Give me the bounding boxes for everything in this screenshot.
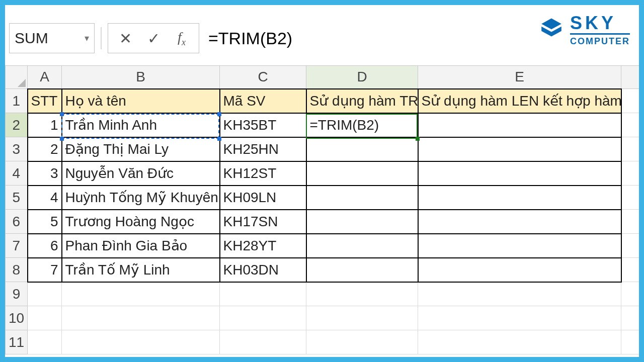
cell-F6[interactable] — [621, 210, 639, 234]
cell-A11[interactable] — [28, 330, 62, 354]
spreadsheet-grid[interactable]: A B C D E 1 STT Họ và tên Mã SV Sử dụng … — [5, 65, 639, 357]
cell-C7[interactable]: KH28YT — [220, 234, 306, 258]
cell-D10[interactable] — [306, 306, 418, 330]
cell-F9[interactable] — [621, 282, 639, 306]
separator — [101, 27, 102, 49]
cell-C8[interactable]: KH03DN — [220, 258, 306, 282]
cell-B7[interactable]: Phan Đình Gia Bảo — [62, 234, 220, 258]
cell-E5[interactable] — [418, 186, 621, 210]
cell-D9[interactable] — [306, 282, 418, 306]
cell-C3[interactable]: KH25HN — [220, 137, 306, 161]
row-header-8[interactable]: 8 — [6, 258, 28, 282]
cell-A6[interactable]: 5 — [28, 210, 62, 234]
cell-A3[interactable]: 2 — [28, 137, 62, 161]
formula-controls: ✕ ✓ fx — [108, 23, 199, 53]
col-header-ghost[interactable] — [621, 66, 639, 89]
cell-C1[interactable]: Mã SV — [220, 89, 306, 113]
select-all-corner[interactable] — [6, 66, 28, 89]
cell-D1[interactable]: Sử dụng hàm TRIM — [306, 89, 418, 113]
cell-A7[interactable]: 6 — [28, 234, 62, 258]
cell-B4[interactable]: Nguyễn Văn Đức — [62, 161, 220, 186]
row-header-9[interactable]: 9 — [6, 282, 28, 306]
row-header-4[interactable]: 4 — [6, 161, 28, 186]
cell-F3[interactable] — [621, 137, 639, 161]
cell-D5[interactable] — [306, 186, 418, 210]
cell-F5[interactable] — [621, 186, 639, 210]
cell-C4[interactable]: KH12ST — [220, 161, 306, 186]
cell-E7[interactable] — [418, 234, 621, 258]
col-header-C[interactable]: C — [220, 66, 306, 89]
cell-A1[interactable]: STT — [28, 89, 62, 113]
cell-B5[interactable]: Huỳnh Tống Mỹ Khuyên — [62, 186, 220, 210]
cell-D3[interactable] — [306, 137, 418, 161]
cell-D2[interactable]: =TRIM(B2) — [306, 113, 418, 137]
row-header-1[interactable]: 1 — [6, 89, 28, 113]
formula-input-value: =TRIM(B2) — [208, 29, 292, 48]
cell-C11[interactable] — [220, 330, 306, 354]
cell-A8[interactable]: 7 — [28, 258, 62, 282]
row-header-6[interactable]: 6 — [6, 210, 28, 234]
cell-B11[interactable] — [62, 330, 220, 354]
cell-B3[interactable]: Đặng Thị Mai Ly — [62, 137, 220, 161]
cell-D11[interactable] — [306, 330, 418, 354]
cell-F1[interactable] — [621, 89, 639, 113]
cell-F7[interactable] — [621, 234, 639, 258]
cell-E4[interactable] — [418, 161, 621, 186]
cell-D8[interactable] — [306, 258, 418, 282]
insert-function-button[interactable]: fx — [171, 27, 193, 49]
cell-A4[interactable]: 3 — [28, 161, 62, 186]
cell-E8[interactable] — [418, 258, 621, 282]
cell-C6[interactable]: KH17SN — [220, 210, 306, 234]
cell-E2[interactable] — [418, 113, 621, 137]
cell-E10[interactable] — [418, 306, 621, 330]
cell-A10[interactable] — [28, 306, 62, 330]
cell-E3[interactable] — [418, 137, 621, 161]
cell-C5[interactable]: KH09LN — [220, 186, 306, 210]
check-icon: ✓ — [147, 30, 160, 47]
cell-D7[interactable] — [306, 234, 418, 258]
row-header-5[interactable]: 5 — [6, 186, 28, 210]
cell-B10[interactable] — [62, 306, 220, 330]
cell-B6[interactable]: Trương Hoàng Ngọc — [62, 210, 220, 234]
cell-A5[interactable]: 4 — [28, 186, 62, 210]
cell-F2[interactable] — [621, 113, 639, 137]
row-header-11[interactable]: 11 — [6, 330, 28, 354]
cell-C2[interactable]: KH35BT — [220, 113, 306, 137]
cell-F11[interactable] — [621, 330, 639, 354]
fx-icon: fx — [178, 29, 186, 48]
name-box[interactable]: SUM ▾ — [9, 23, 95, 53]
name-box-value: SUM — [10, 30, 79, 47]
row-header-2[interactable]: 2 — [6, 113, 28, 137]
x-icon: ✕ — [119, 30, 132, 47]
col-header-B[interactable]: B — [62, 66, 220, 89]
row-header-7[interactable]: 7 — [6, 234, 28, 258]
col-header-A[interactable]: A — [28, 66, 62, 89]
cell-E1[interactable]: Sử dụng hàm LEN kết hợp hàm TRIM — [418, 89, 621, 113]
col-header-E[interactable]: E — [418, 66, 621, 89]
cell-B8[interactable]: Trần Tố Mỹ Linh — [62, 258, 220, 282]
cell-D4[interactable] — [306, 161, 418, 186]
formula-bar-row: SUM ▾ ✕ ✓ fx =TRIM(B2) — [5, 20, 639, 56]
cell-C10[interactable] — [220, 306, 306, 330]
name-box-dropdown-icon[interactable]: ▾ — [79, 24, 94, 53]
formula-input[interactable]: =TRIM(B2) — [208, 23, 639, 53]
row-header-3[interactable]: 3 — [6, 137, 28, 161]
cell-A9[interactable] — [28, 282, 62, 306]
app-frame: SKY COMPUTER SUM ▾ ✕ ✓ fx =TRIM(B2) — [0, 0, 644, 362]
col-header-D[interactable]: D — [306, 66, 418, 89]
cell-D6[interactable] — [306, 210, 418, 234]
cell-F8[interactable] — [621, 258, 639, 282]
row-header-10[interactable]: 10 — [6, 306, 28, 330]
cell-E11[interactable] — [418, 330, 621, 354]
cell-F10[interactable] — [621, 306, 639, 330]
cell-E9[interactable] — [418, 282, 621, 306]
cell-E6[interactable] — [418, 210, 621, 234]
cancel-formula-button[interactable]: ✕ — [114, 27, 136, 49]
cell-B9[interactable] — [62, 282, 220, 306]
cell-B2[interactable]: Trần Minh Anh — [62, 113, 220, 137]
cell-C9[interactable] — [220, 282, 306, 306]
cell-A2[interactable]: 1 — [28, 113, 62, 137]
enter-formula-button[interactable]: ✓ — [142, 27, 165, 49]
cell-F4[interactable] — [621, 161, 639, 186]
cell-B1[interactable]: Họ và tên — [62, 89, 220, 113]
